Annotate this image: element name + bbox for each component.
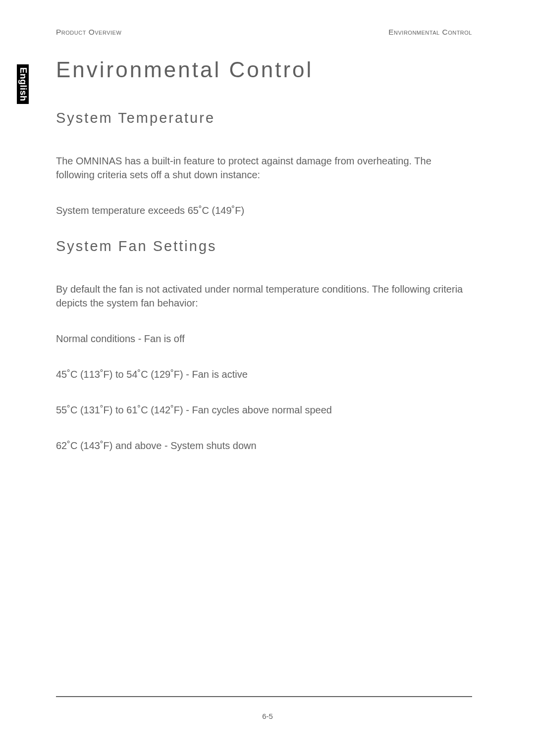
section-heading-2: System Fan Settings	[56, 238, 472, 254]
body-paragraph: By default the fan is not activated unde…	[56, 282, 472, 310]
body-paragraph: System temperature exceeds 65˚C (149˚F)	[56, 203, 472, 217]
body-paragraph: 55˚C (131˚F) to 61˚C (142˚F) - Fan cycle…	[56, 403, 472, 417]
section-heading-1: System Temperature	[56, 110, 472, 126]
body-paragraph: Normal conditions - Fan is off	[56, 332, 472, 346]
body-paragraph: 45˚C (113˚F) to 54˚C (129˚F) - Fan is ac…	[56, 367, 472, 381]
footer-rule	[56, 696, 472, 697]
language-tab-label: English	[18, 67, 28, 101]
language-tab: English	[17, 64, 29, 104]
body-paragraph: 62˚C (143˚F) and above - System shuts do…	[56, 439, 472, 453]
header-right: Environmental Control	[388, 28, 472, 37]
running-header: Product Overview Environmental Control	[56, 28, 472, 37]
page-number: 6-5	[0, 712, 535, 720]
page-title: Environmental Control	[56, 57, 472, 82]
page-content: Product Overview Environmental Control E…	[56, 28, 472, 474]
header-left: Product Overview	[56, 28, 121, 37]
body-paragraph: The OMNINAS has a built-in feature to pr…	[56, 154, 472, 182]
